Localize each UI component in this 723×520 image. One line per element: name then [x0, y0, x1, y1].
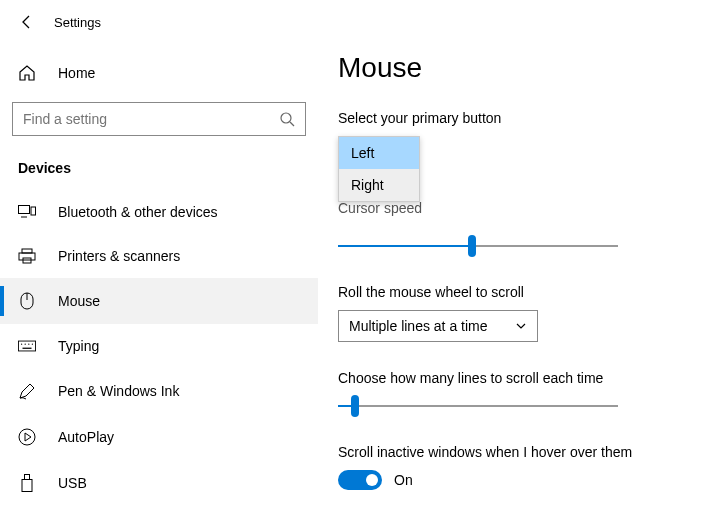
svg-point-13 [28, 344, 29, 345]
main-content: Mouse Select your primary button Left Ri… [318, 0, 723, 520]
sidebar-item-autoplay[interactable]: AutoPlay [0, 414, 318, 460]
topbar: Settings [0, 0, 318, 40]
svg-line-1 [290, 122, 294, 126]
nav-label: USB [58, 475, 87, 491]
svg-rect-6 [19, 253, 35, 260]
pen-icon [18, 382, 36, 400]
nav-label: Bluetooth & other devices [58, 204, 218, 220]
autoplay-icon [18, 428, 36, 446]
slider-thumb[interactable] [468, 235, 476, 257]
printer-icon [18, 248, 36, 264]
lines-slider[interactable] [338, 396, 618, 416]
back-icon[interactable] [18, 14, 36, 30]
devices-icon [18, 205, 36, 219]
cursor-speed-slider[interactable] [338, 236, 618, 256]
svg-point-0 [281, 113, 291, 123]
primary-button-label: Select your primary button [338, 110, 699, 126]
usb-icon [18, 474, 36, 492]
roll-select-value: Multiple lines at a time [349, 318, 488, 334]
svg-point-12 [25, 344, 26, 345]
dropdown-menu: Left Right [338, 136, 420, 202]
sidebar-item-usb[interactable]: USB [0, 460, 318, 506]
sidebar-item-printers[interactable]: Printers & scanners [0, 234, 318, 278]
svg-rect-10 [18, 341, 35, 351]
home-icon [18, 64, 36, 82]
svg-rect-18 [22, 480, 32, 492]
sidebar-item-bluetooth[interactable]: Bluetooth & other devices [0, 190, 318, 234]
sidebar-item-pen[interactable]: Pen & Windows Ink [0, 368, 318, 414]
svg-rect-5 [22, 249, 32, 253]
svg-rect-2 [19, 206, 30, 214]
svg-point-11 [21, 344, 22, 345]
sidebar: Settings Home Devices Bluetooth & other … [0, 0, 318, 520]
chevron-down-icon [515, 320, 527, 332]
search-input[interactable] [12, 102, 306, 136]
toggle-switch[interactable] [338, 470, 382, 490]
nav-label: AutoPlay [58, 429, 114, 445]
page-title: Mouse [338, 52, 699, 84]
sidebar-item-mouse[interactable]: Mouse [0, 278, 318, 324]
search-field[interactable] [23, 111, 279, 127]
svg-rect-17 [25, 475, 30, 480]
svg-rect-3 [31, 207, 36, 215]
keyboard-icon [18, 340, 36, 352]
lines-label: Choose how many lines to scroll each tim… [338, 370, 699, 386]
group-header: Devices [0, 136, 318, 190]
dropdown-option-right[interactable]: Right [339, 169, 419, 201]
sidebar-item-typing[interactable]: Typing [0, 324, 318, 368]
nav-label: Pen & Windows Ink [58, 383, 179, 399]
svg-point-16 [19, 429, 35, 445]
primary-button-dropdown[interactable]: Left Right Cursor speed [338, 136, 699, 216]
mouse-icon [18, 292, 36, 310]
inactive-label: Scroll inactive windows when I hover ove… [338, 444, 699, 460]
slider-thumb[interactable] [351, 395, 359, 417]
home-label: Home [58, 65, 95, 81]
app-title: Settings [54, 15, 101, 30]
roll-select[interactable]: Multiple lines at a time [338, 310, 538, 342]
nav-label: Typing [58, 338, 99, 354]
toggle-state: On [394, 472, 413, 488]
roll-label: Roll the mouse wheel to scroll [338, 284, 699, 300]
svg-point-14 [32, 344, 33, 345]
home-nav[interactable]: Home [0, 54, 318, 92]
nav-label: Mouse [58, 293, 100, 309]
inactive-toggle[interactable]: On [338, 470, 699, 490]
nav-label: Printers & scanners [58, 248, 180, 264]
dropdown-option-left[interactable]: Left [339, 137, 419, 169]
search-icon [279, 111, 295, 127]
